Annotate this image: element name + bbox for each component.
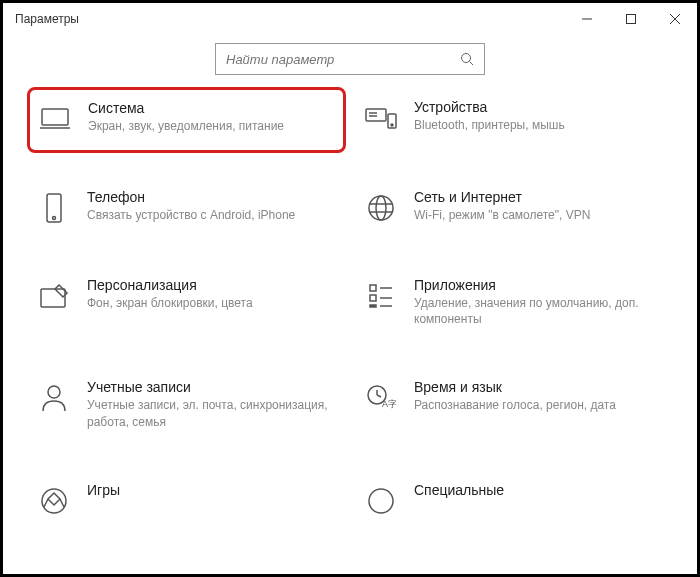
tile-personalization[interactable]: Персонализация Фон, экран блокировки, цв…	[33, 271, 340, 333]
svg-line-5	[470, 62, 474, 66]
svg-point-16	[376, 196, 386, 220]
personalization-icon	[37, 279, 71, 313]
titlebar: Параметры	[3, 3, 697, 35]
tile-title: Устройства	[414, 99, 663, 115]
svg-rect-6	[42, 109, 68, 125]
tile-title: Телефон	[87, 189, 336, 205]
tile-system[interactable]: Система Экран, звук, уведомления, питани…	[27, 87, 346, 153]
svg-point-15	[369, 196, 393, 220]
tile-devices[interactable]: Устройства Bluetooth, принтеры, мышь	[360, 93, 667, 143]
search-input[interactable]	[226, 52, 460, 67]
svg-rect-13	[47, 194, 61, 222]
time-language-icon: A字	[364, 381, 398, 415]
tile-desc: Wi-Fi, режим "в самолете", VPN	[414, 207, 663, 223]
svg-rect-1	[627, 15, 636, 24]
window-controls	[565, 3, 697, 35]
minimize-icon	[582, 14, 592, 24]
search-container	[3, 35, 697, 93]
tile-desc: Распознавание голоса, регион, дата	[414, 397, 663, 413]
tile-title: Сеть и Интернет	[414, 189, 663, 205]
svg-line-29	[377, 395, 381, 397]
maximize-icon	[626, 14, 636, 24]
tile-title: Время и язык	[414, 379, 663, 395]
search-box[interactable]	[215, 43, 485, 75]
tile-apps[interactable]: Приложения Удаление, значения по умолчан…	[360, 271, 667, 333]
tile-accounts[interactable]: Учетные записи Учетные записи, эл. почта…	[33, 373, 340, 435]
svg-point-14	[53, 217, 56, 220]
tile-title: Учетные записи	[87, 379, 336, 395]
svg-point-32	[369, 489, 393, 513]
system-icon	[38, 102, 72, 136]
gaming-icon	[37, 484, 71, 518]
tile-gaming[interactable]: Игры	[33, 476, 340, 524]
svg-point-4	[462, 54, 471, 63]
tile-desc: Учетные записи, эл. почта, синхронизация…	[87, 397, 336, 429]
minimize-button[interactable]	[565, 3, 609, 35]
tile-accessibility[interactable]: Специальные	[360, 476, 667, 524]
close-button[interactable]	[653, 3, 697, 35]
tile-desc: Экран, звук, уведомления, питание	[88, 118, 335, 134]
svg-rect-19	[41, 289, 65, 307]
tile-time-language[interactable]: A字 Время и язык Распознавание голоса, ре…	[360, 373, 667, 435]
svg-text:A字: A字	[382, 399, 396, 409]
svg-point-26	[48, 386, 60, 398]
tile-phone[interactable]: Телефон Связать устройство с Android, iP…	[33, 183, 340, 231]
tile-title: Игры	[87, 482, 336, 498]
tile-network[interactable]: Сеть и Интернет Wi-Fi, режим "в самолете…	[360, 183, 667, 231]
accounts-icon	[37, 381, 71, 415]
search-icon	[460, 52, 474, 66]
tile-desc: Bluetooth, принтеры, мышь	[414, 117, 663, 133]
tile-desc: Фон, экран блокировки, цвета	[87, 295, 336, 311]
svg-point-12	[391, 124, 393, 126]
svg-rect-24	[370, 305, 376, 307]
close-icon	[670, 14, 680, 24]
svg-rect-8	[366, 109, 386, 121]
apps-icon	[364, 279, 398, 313]
tile-title: Персонализация	[87, 277, 336, 293]
maximize-button[interactable]	[609, 3, 653, 35]
network-icon	[364, 191, 398, 225]
tile-desc: Удаление, значения по умолчанию, доп. ко…	[414, 295, 663, 327]
tile-title: Специальные	[414, 482, 663, 498]
svg-rect-22	[370, 295, 376, 301]
settings-grid: Система Экран, звук, уведомления, питани…	[3, 93, 697, 524]
tile-title: Система	[88, 100, 335, 116]
window-title: Параметры	[15, 12, 79, 26]
tile-desc: Связать устройство с Android, iPhone	[87, 207, 336, 223]
tile-title: Приложения	[414, 277, 663, 293]
phone-icon	[37, 191, 71, 225]
accessibility-icon	[364, 484, 398, 518]
devices-icon	[364, 101, 398, 135]
svg-rect-20	[370, 285, 376, 291]
